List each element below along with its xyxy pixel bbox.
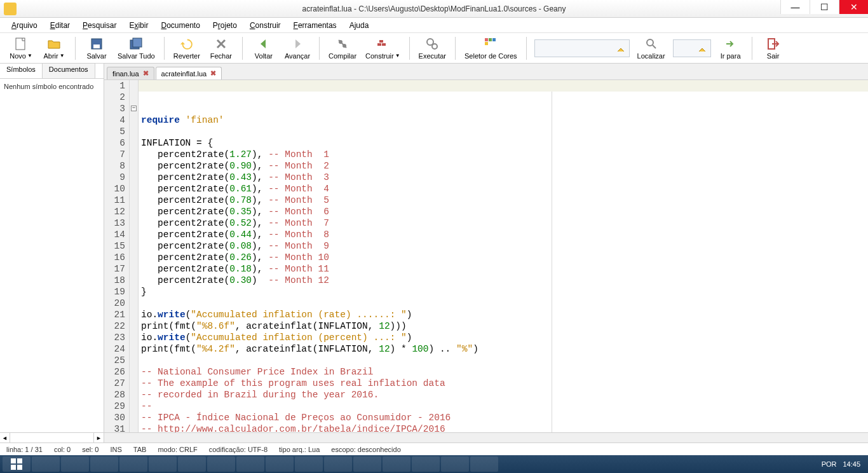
svg-rect-13 xyxy=(489,38,492,41)
color-picker-button[interactable]: Seletor de Cores xyxy=(461,34,521,63)
new-file-icon xyxy=(14,37,28,51)
close-button[interactable]: ✕ xyxy=(839,0,868,14)
menu-ferramentas[interactable]: Ferramentas xyxy=(288,20,342,31)
goto-button[interactable]: Ir para xyxy=(715,34,747,63)
find-button[interactable]: Localizar xyxy=(634,34,669,63)
code-editor[interactable]: 1234567891011121314151617181920212223242… xyxy=(104,80,868,432)
start-button[interactable] xyxy=(3,456,31,472)
minimize-button[interactable]: — xyxy=(780,0,810,14)
revert-icon xyxy=(180,37,194,51)
fold-toggle-icon[interactable]: − xyxy=(131,106,137,111)
taskbar-item[interactable] xyxy=(149,456,177,472)
menu-pesquisar[interactable]: Pesquisar xyxy=(78,20,121,31)
taskbar-item[interactable] xyxy=(441,456,469,472)
toolbar-separator xyxy=(75,37,76,60)
revert-button[interactable]: Reverter xyxy=(170,34,204,63)
toolbar: Novo▼ Abrir▼ Salvar Salvar Tudo Reverter… xyxy=(0,33,868,64)
file-tab-acrateinflat[interactable]: acrateinflat.lua ✖ xyxy=(156,67,222,79)
close-file-icon xyxy=(214,37,228,51)
close-file-button[interactable]: Fechar xyxy=(205,34,237,63)
editor-area: finan.lua ✖ acrateinflat.lua ✖ 123456789… xyxy=(104,64,868,442)
jump-icon xyxy=(616,43,627,53)
forward-button[interactable]: Avançar xyxy=(281,34,314,63)
taskbar-item[interactable] xyxy=(266,456,294,472)
horizontal-scrollbar[interactable] xyxy=(104,432,868,442)
menu-construir[interactable]: Construir xyxy=(245,20,286,31)
gears-icon xyxy=(425,37,439,51)
close-tab-icon[interactable]: ✖ xyxy=(143,69,149,78)
new-button[interactable]: Novo▼ xyxy=(5,34,37,63)
taskbar: POR 14:45 xyxy=(0,455,868,473)
menu-arquivo[interactable]: Arquivo xyxy=(6,20,43,31)
menu-documento[interactable]: Documento xyxy=(156,20,205,31)
content-area: Símbolos Documentos Nenhum símbolo encon… xyxy=(0,64,868,442)
status-sel: sel: 0 xyxy=(82,446,98,453)
svg-rect-7 xyxy=(377,43,381,46)
taskbar-item[interactable] xyxy=(32,456,60,472)
status-scope: escopo: desconhecido xyxy=(331,446,400,453)
sidebar: Símbolos Documentos Nenhum símbolo encon… xyxy=(0,64,104,442)
file-tab-label: finan.lua xyxy=(112,70,139,78)
search-input[interactable] xyxy=(534,39,630,57)
status-tab: TAB xyxy=(133,446,147,453)
compile-label: Compilar xyxy=(329,52,356,60)
sidebar-body: Nenhum símbolo encontrado xyxy=(0,79,104,432)
code-text[interactable]: require 'finan' INFLATION = { percent2ra… xyxy=(139,80,868,432)
menu-projeto[interactable]: Projeto xyxy=(208,20,242,31)
new-label: Novo xyxy=(10,52,26,60)
system-tray[interactable]: POR 14:45 xyxy=(822,460,865,468)
taskbar-item[interactable] xyxy=(119,456,147,472)
sidebar-tab-documents[interactable]: Documentos xyxy=(43,64,95,78)
run-label: Executar xyxy=(419,52,446,60)
taskbar-item[interactable] xyxy=(353,456,381,472)
taskbar-item[interactable] xyxy=(412,456,440,472)
menu-exibir[interactable]: Exibir xyxy=(124,20,153,31)
scroll-right-icon[interactable]: ► xyxy=(93,433,104,442)
compile-icon xyxy=(336,37,349,51)
compile-button[interactable]: Compilar xyxy=(325,34,360,63)
back-button[interactable]: Voltar xyxy=(248,34,280,63)
app-icon xyxy=(4,3,17,15)
save-all-label: Salvar Tudo xyxy=(118,52,155,60)
menu-editar[interactable]: Editar xyxy=(45,20,75,31)
open-label: Abrir xyxy=(43,52,58,60)
scroll-left-icon[interactable]: ◄ xyxy=(0,433,10,442)
quit-button[interactable]: Sair xyxy=(757,34,789,63)
status-mode: modo: CRLF xyxy=(158,446,197,453)
file-tab-finan[interactable]: finan.lua ✖ xyxy=(107,67,154,79)
menu-ajuda[interactable]: Ajuda xyxy=(344,20,374,31)
revert-label: Reverter xyxy=(173,52,200,60)
sidebar-tab-symbols[interactable]: Símbolos xyxy=(0,64,43,78)
taskbar-item[interactable] xyxy=(90,456,118,472)
taskbar-item[interactable] xyxy=(207,456,235,472)
svg-rect-19 xyxy=(17,458,22,463)
save-button[interactable]: Salvar xyxy=(81,34,112,63)
maximize-button[interactable]: ☐ xyxy=(810,0,839,14)
taskbar-item[interactable] xyxy=(178,456,206,472)
build-button[interactable]: Construir▼ xyxy=(362,34,404,63)
open-button[interactable]: Abrir▼ xyxy=(38,34,70,63)
taskbar-item[interactable] xyxy=(324,456,352,472)
color-picker-label: Seletor de Cores xyxy=(465,52,517,60)
file-tab-label: acrateinflat.lua xyxy=(161,70,207,78)
goto-input[interactable] xyxy=(673,39,711,57)
tray-lang[interactable]: POR xyxy=(822,460,837,468)
taskbar-item[interactable] xyxy=(470,456,498,472)
toolbar-separator xyxy=(526,37,527,60)
taskbar-item[interactable] xyxy=(236,456,264,472)
taskbar-item[interactable] xyxy=(61,456,89,472)
menu-arquivo-label: rquivo xyxy=(17,21,37,30)
close-file-label: Fechar xyxy=(210,52,232,60)
svg-rect-18 xyxy=(11,458,16,463)
svg-rect-15 xyxy=(485,42,488,45)
close-tab-icon[interactable]: ✖ xyxy=(210,69,216,78)
taskbar-item[interactable] xyxy=(383,456,410,472)
toolbar-separator xyxy=(455,37,456,60)
goto-label: Ir para xyxy=(721,52,741,60)
taskbar-item[interactable] xyxy=(295,456,323,472)
run-button[interactable]: Executar xyxy=(415,34,450,63)
find-label: Localizar xyxy=(637,52,665,60)
sidebar-scrollbar[interactable]: ◄ ► xyxy=(0,432,104,442)
save-all-button[interactable]: Salvar Tudo xyxy=(114,34,159,63)
current-line-highlight xyxy=(139,80,868,92)
